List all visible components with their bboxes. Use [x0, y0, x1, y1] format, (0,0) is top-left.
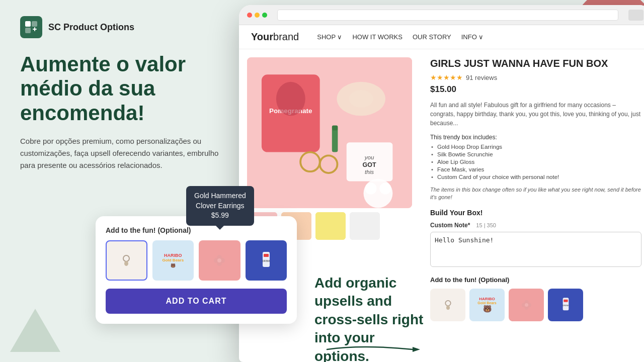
includes-title: This trendy box includes:: [430, 134, 641, 141]
hero-description: Cobre por opções premium, como personali…: [20, 135, 221, 171]
candy-icon: HARIBO Gold Bears 🐻: [153, 241, 193, 280]
custom-note-count: 15 | 350: [476, 222, 496, 228]
dot-maximize[interactable]: [262, 13, 267, 18]
svg-point-17: [276, 82, 305, 116]
nav-info[interactable]: INFO ∨: [461, 33, 484, 41]
svg-text:this: this: [365, 169, 374, 175]
add-to-cart-button[interactable]: ADD TO CART: [106, 289, 287, 314]
italic-note: The items in this box change often so if…: [430, 186, 641, 202]
clover-icon: [200, 241, 239, 280]
include-2: Silk Bowtie Scrunchie: [430, 151, 641, 157]
nav-shop[interactable]: SHOP ∨: [317, 33, 342, 41]
include-5: Custom Card of your choice with personal…: [430, 174, 641, 180]
browser-bar: [239, 5, 644, 25]
svg-rect-33: [315, 212, 346, 240]
logo-bold: Your: [251, 31, 273, 42]
product-image-svg: Pomegranate you GOT this: [247, 57, 412, 208]
arrow-svg: [322, 342, 423, 357]
svg-rect-0: [25, 21, 31, 27]
card-item-clover[interactable]: [199, 240, 240, 281]
thumb-4[interactable]: [350, 212, 380, 240]
build-box-title: Build Your Box!: [430, 209, 641, 217]
product-details: GIRLS JUST WANNA HAVE FUN BOX ★★★★★ 91 r…: [420, 49, 644, 356]
card-item-candy[interactable]: HARIBO Gold Bears 🐻: [152, 240, 194, 281]
svg-text:GOT: GOT: [363, 161, 376, 168]
svg-rect-11: [264, 254, 269, 257]
brand-name: SC Product Options: [48, 22, 134, 33]
svg-point-35: [445, 301, 451, 306]
stars: ★★★★★: [430, 73, 463, 81]
hero-title: Aumente o valor médio da sua encomenda!: [20, 52, 221, 125]
earrings-icon: [107, 241, 146, 280]
custom-note-row: Custom Note* 15 | 350: [430, 222, 641, 229]
thumb4-svg: [350, 212, 380, 240]
add-fun-title: Add to the fun! (Optional): [430, 276, 641, 284]
review-count: 91 reviews: [466, 74, 497, 81]
svg-rect-20: [332, 128, 338, 152]
stars-row: ★★★★★ 91 reviews: [430, 73, 641, 81]
tooltip-line1: Gold Hammered: [194, 191, 246, 201]
card-item-drink[interactable]: DRINK: [246, 240, 287, 281]
fun-item-candy[interactable]: HARIBO Gold Bears 🐻: [469, 289, 505, 321]
tooltip-line2: Clover Earrings: [194, 201, 246, 211]
svg-point-9: [217, 258, 221, 262]
product-title: GIRLS JUST WANNA HAVE FUN BOX: [430, 57, 641, 69]
clover-svg: [209, 250, 229, 270]
fun-earring-svg: [439, 296, 457, 314]
svg-point-3: [123, 255, 129, 261]
fun-earrings-icon: [430, 289, 465, 321]
browser-icon: [628, 10, 643, 21]
shop-logo: Yourbrand: [251, 31, 299, 43]
fun-item-earrings[interactable]: [430, 289, 465, 321]
thumb-3[interactable]: [315, 212, 346, 240]
include-4: Face Mask, varies: [430, 166, 641, 172]
drink-svg: DRINK: [259, 248, 274, 273]
svg-rect-43: [564, 299, 568, 302]
browser-mockup: Yourbrand SHOP ∨ HOW IT WORKS OUR STORY …: [239, 5, 644, 362]
product-layout: Pomegranate you GOT this: [239, 49, 644, 356]
svg-text:you: you: [364, 154, 374, 160]
browser-dots: [247, 13, 267, 18]
svg-point-19: [349, 90, 373, 108]
svg-rect-21: [332, 126, 338, 131]
card-items-row: HARIBO Gold Bears 🐻: [106, 240, 287, 281]
fun-clover-svg: [518, 296, 535, 314]
thumb3-svg: [315, 212, 346, 240]
card-item-earrings[interactable]: [106, 240, 147, 281]
custom-note-label: Custom Note*: [430, 222, 470, 229]
svg-rect-34: [350, 212, 380, 240]
svg-text:DRINK: DRINK: [262, 259, 270, 262]
svg-point-29: [365, 183, 376, 194]
tooltip-bubble: Gold Hammered Clover Earrings $5.99: [186, 186, 254, 226]
product-card-overlay: Add to the fun! (Optional) HARIBO Gold B…: [96, 216, 297, 324]
earring-svg: [116, 250, 136, 270]
include-1: Gold Hoop Drop Earrings: [430, 144, 641, 150]
nav-our-story[interactable]: OUR STORY: [413, 33, 451, 41]
brand-logo: [20, 16, 42, 38]
fun-clover-icon: [509, 289, 544, 321]
product-description: All fun and all style! Fabulous gift for…: [430, 101, 641, 128]
card-title: Add to the fun! (Optional): [106, 226, 287, 234]
svg-point-36: [446, 305, 450, 310]
svg-text:DRINK: DRINK: [562, 304, 569, 307]
nav-how-it-works[interactable]: HOW IT WORKS: [352, 33, 402, 41]
svg-rect-2: [25, 28, 31, 33]
brand-header: SC Product Options: [20, 16, 221, 38]
main-product-image: Pomegranate you GOT this: [247, 57, 412, 208]
shop-nav: Yourbrand SHOP ∨ HOW IT WORKS OUR STORY …: [239, 25, 644, 49]
upsell-arrow: [322, 342, 423, 359]
custom-note-textarea[interactable]: Hello Sunshine!: [430, 232, 641, 267]
dot-minimize[interactable]: [255, 13, 260, 18]
browser-address-bar[interactable]: [277, 10, 618, 21]
dot-close[interactable]: [247, 13, 252, 18]
fun-item-clover[interactable]: [509, 289, 544, 321]
include-3: Aloe Lip Gloss: [430, 159, 641, 165]
fun-drink-svg: DRINK: [559, 294, 572, 316]
svg-point-41: [525, 303, 528, 307]
svg-point-30: [379, 183, 391, 194]
svg-point-4: [124, 261, 128, 266]
svg-marker-13: [413, 347, 420, 352]
fun-items-row: HARIBO Gold Bears 🐻: [430, 289, 641, 321]
drink-icon: DRINK: [247, 241, 286, 280]
fun-item-drink[interactable]: DRINK: [548, 289, 583, 321]
